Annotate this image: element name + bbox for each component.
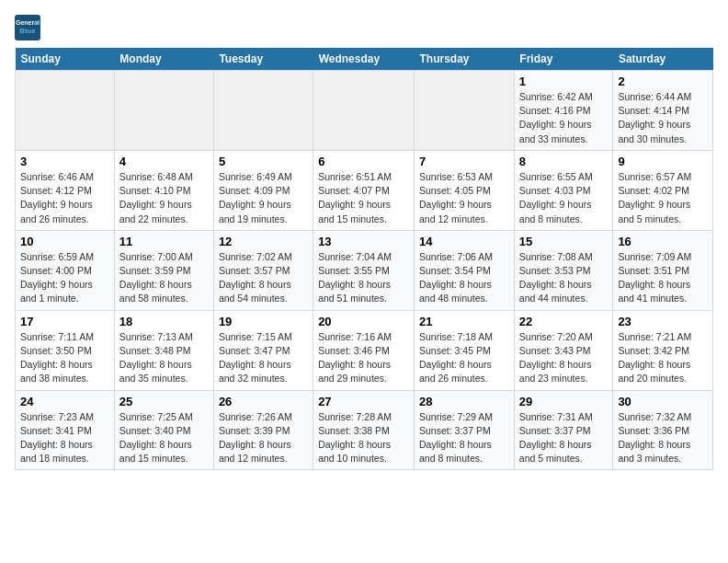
day-number: 29 (519, 395, 609, 408)
calendar-cell: 22Sunrise: 7:20 AMSunset: 3:43 PMDayligh… (514, 310, 613, 390)
calendar-cell: 9Sunrise: 6:57 AMSunset: 4:02 PMDaylight… (613, 150, 713, 230)
calendar-cell (415, 71, 515, 151)
calendar-cell: 16Sunrise: 7:09 AMSunset: 3:51 PMDayligh… (613, 230, 713, 310)
day-info: Sunrise: 7:29 AMSunset: 3:37 PMDaylight:… (419, 410, 509, 466)
day-info: Sunrise: 6:48 AMSunset: 4:10 PMDaylight:… (119, 170, 209, 226)
calendar-cell: 10Sunrise: 6:59 AMSunset: 4:00 PMDayligh… (16, 230, 115, 310)
day-info: Sunrise: 7:09 AMSunset: 3:51 PMDaylight:… (618, 250, 708, 306)
day-number: 2 (618, 75, 708, 88)
calendar-cell: 21Sunrise: 7:18 AMSunset: 3:45 PMDayligh… (415, 310, 515, 390)
calendar-cell: 8Sunrise: 6:55 AMSunset: 4:03 PMDaylight… (514, 150, 613, 230)
calendar-cell: 25Sunrise: 7:25 AMSunset: 3:40 PMDayligh… (114, 390, 213, 470)
day-number: 4 (119, 155, 209, 168)
day-number: 9 (618, 155, 708, 168)
day-info: Sunrise: 6:59 AMSunset: 4:00 PMDaylight:… (20, 250, 109, 306)
calendar-cell: 2Sunrise: 6:44 AMSunset: 4:14 PMDaylight… (613, 71, 713, 151)
calendar-cell: 17Sunrise: 7:11 AMSunset: 3:50 PMDayligh… (16, 310, 115, 390)
weekday-header: Wednesday (313, 48, 415, 71)
day-info: Sunrise: 7:32 AMSunset: 3:36 PMDaylight:… (618, 410, 708, 466)
calendar-cell: 1Sunrise: 6:42 AMSunset: 4:16 PMDaylight… (514, 71, 613, 151)
calendar-cell: 27Sunrise: 7:28 AMSunset: 3:38 PMDayligh… (313, 390, 415, 470)
weekday-header: Saturday (613, 48, 713, 71)
day-number: 25 (119, 395, 209, 408)
calendar-cell: 4Sunrise: 6:48 AMSunset: 4:10 PMDaylight… (114, 150, 213, 230)
calendar-cell: 26Sunrise: 7:26 AMSunset: 3:39 PMDayligh… (213, 390, 313, 470)
day-number: 13 (318, 235, 409, 248)
day-number: 1 (519, 75, 609, 88)
calendar-cell (313, 71, 415, 151)
day-info: Sunrise: 7:20 AMSunset: 3:43 PMDaylight:… (519, 330, 609, 386)
calendar-cell: 23Sunrise: 7:21 AMSunset: 3:42 PMDayligh… (613, 310, 713, 390)
day-info: Sunrise: 7:23 AMSunset: 3:41 PMDaylight:… (20, 410, 109, 466)
day-number: 10 (20, 235, 109, 248)
day-number: 6 (318, 155, 409, 168)
calendar-cell: 6Sunrise: 6:51 AMSunset: 4:07 PMDaylight… (313, 150, 415, 230)
day-number: 27 (318, 395, 409, 408)
day-info: Sunrise: 7:26 AMSunset: 3:39 PMDaylight:… (219, 410, 308, 466)
day-info: Sunrise: 7:06 AMSunset: 3:54 PMDaylight:… (419, 250, 509, 306)
calendar-cell: 28Sunrise: 7:29 AMSunset: 3:37 PMDayligh… (415, 390, 515, 470)
calendar-cell: 12Sunrise: 7:02 AMSunset: 3:57 PMDayligh… (213, 230, 313, 310)
day-info: Sunrise: 6:42 AMSunset: 4:16 PMDaylight:… (519, 90, 609, 146)
day-number: 8 (519, 155, 609, 168)
logo: General Blue (15, 15, 44, 40)
day-info: Sunrise: 6:46 AMSunset: 4:12 PMDaylight:… (20, 170, 109, 226)
day-number: 23 (618, 315, 708, 328)
calendar-cell: 3Sunrise: 6:46 AMSunset: 4:12 PMDaylight… (16, 150, 115, 230)
calendar-cell: 14Sunrise: 7:06 AMSunset: 3:54 PMDayligh… (415, 230, 515, 310)
calendar-cell: 30Sunrise: 7:32 AMSunset: 3:36 PMDayligh… (613, 390, 713, 470)
day-number: 15 (519, 235, 609, 248)
calendar-cell: 15Sunrise: 7:08 AMSunset: 3:53 PMDayligh… (514, 230, 613, 310)
day-info: Sunrise: 6:57 AMSunset: 4:02 PMDaylight:… (618, 170, 708, 226)
calendar-cell: 18Sunrise: 7:13 AMSunset: 3:48 PMDayligh… (114, 310, 213, 390)
weekday-header: Tuesday (213, 48, 313, 71)
day-info: Sunrise: 6:51 AMSunset: 4:07 PMDaylight:… (318, 170, 409, 226)
day-info: Sunrise: 7:15 AMSunset: 3:47 PMDaylight:… (219, 330, 308, 386)
day-info: Sunrise: 7:11 AMSunset: 3:50 PMDaylight:… (20, 330, 109, 386)
day-number: 16 (618, 235, 708, 248)
day-info: Sunrise: 7:00 AMSunset: 3:59 PMDaylight:… (119, 250, 209, 306)
calendar-cell (16, 71, 115, 151)
day-info: Sunrise: 7:25 AMSunset: 3:40 PMDaylight:… (119, 410, 209, 466)
day-number: 3 (20, 155, 109, 168)
day-info: Sunrise: 7:02 AMSunset: 3:57 PMDaylight:… (219, 250, 308, 306)
calendar-cell: 29Sunrise: 7:31 AMSunset: 3:37 PMDayligh… (514, 390, 613, 470)
calendar-cell (213, 71, 313, 151)
day-info: Sunrise: 7:13 AMSunset: 3:48 PMDaylight:… (119, 330, 209, 386)
day-info: Sunrise: 7:04 AMSunset: 3:55 PMDaylight:… (318, 250, 409, 306)
calendar-cell: 5Sunrise: 6:49 AMSunset: 4:09 PMDaylight… (213, 150, 313, 230)
day-info: Sunrise: 7:31 AMSunset: 3:37 PMDaylight:… (519, 410, 609, 466)
calendar-cell: 19Sunrise: 7:15 AMSunset: 3:47 PMDayligh… (213, 310, 313, 390)
day-info: Sunrise: 6:53 AMSunset: 4:05 PMDaylight:… (419, 170, 509, 226)
day-number: 21 (419, 315, 509, 328)
day-number: 28 (419, 395, 509, 408)
calendar-cell: 24Sunrise: 7:23 AMSunset: 3:41 PMDayligh… (16, 390, 115, 470)
day-number: 19 (219, 315, 308, 328)
day-number: 17 (20, 315, 109, 328)
calendar-cell: 11Sunrise: 7:00 AMSunset: 3:59 PMDayligh… (114, 230, 213, 310)
day-info: Sunrise: 7:16 AMSunset: 3:46 PMDaylight:… (318, 330, 409, 386)
day-number: 18 (119, 315, 209, 328)
day-number: 24 (20, 395, 109, 408)
day-info: Sunrise: 6:55 AMSunset: 4:03 PMDaylight:… (519, 170, 609, 226)
weekday-header: Thursday (415, 48, 515, 71)
calendar-table: SundayMondayTuesdayWednesdayThursdayFrid… (15, 48, 713, 470)
day-number: 12 (219, 235, 308, 248)
day-info: Sunrise: 6:49 AMSunset: 4:09 PMDaylight:… (219, 170, 308, 226)
day-number: 5 (219, 155, 308, 168)
calendar-cell (114, 71, 213, 151)
calendar-cell: 13Sunrise: 7:04 AMSunset: 3:55 PMDayligh… (313, 230, 415, 310)
day-number: 26 (219, 395, 308, 408)
weekday-header: Friday (514, 48, 613, 71)
day-number: 11 (119, 235, 209, 248)
svg-text:Blue: Blue (19, 27, 36, 35)
day-info: Sunrise: 7:18 AMSunset: 3:45 PMDaylight:… (419, 330, 509, 386)
logo-icon: General Blue (15, 15, 40, 40)
day-number: 7 (419, 155, 509, 168)
day-number: 20 (318, 315, 409, 328)
day-number: 22 (519, 315, 609, 328)
day-number: 30 (618, 395, 708, 408)
day-info: Sunrise: 7:28 AMSunset: 3:38 PMDaylight:… (318, 410, 409, 466)
weekday-header: Sunday (16, 48, 115, 71)
day-info: Sunrise: 6:44 AMSunset: 4:14 PMDaylight:… (618, 90, 708, 146)
